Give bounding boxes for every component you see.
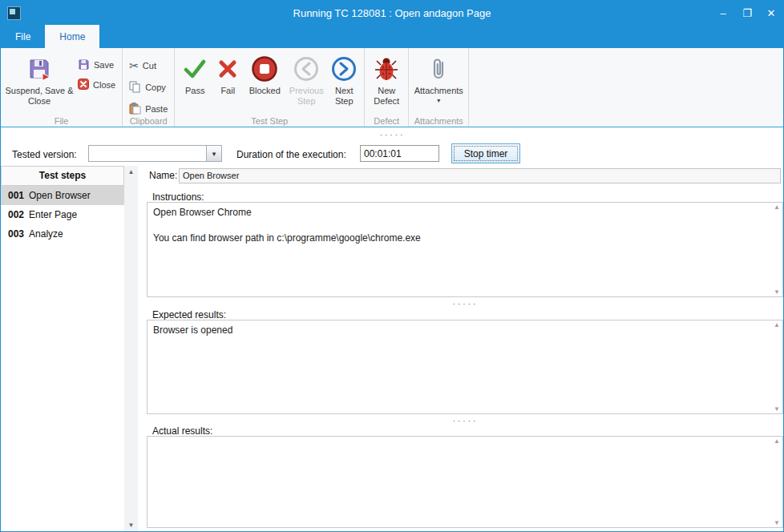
attachments-label: Attachments [414,86,463,96]
ribbon-tab-row: File Home [1,25,783,48]
expected-splitter-handle[interactable]: ····· [147,417,783,425]
tested-version-combobox[interactable]: ▾ [88,145,222,162]
close-button[interactable]: ✕ [759,1,783,25]
step-item-002[interactable]: 002Enter Page [1,205,124,224]
ribbon-splitter-handle[interactable]: ····· [1,131,783,139]
step-number: 003 [8,228,24,240]
suspend-save-close-icon [27,54,51,84]
save-label: Save [94,60,114,70]
expected-results-textarea[interactable]: Browser is opened ▲ ▼ [147,320,783,414]
ribbon-group-defect: New Defect Defect [365,48,409,127]
attachments-dropdown-icon[interactable]: ▾ [437,97,440,104]
previous-step-label: Previous Step [285,86,327,107]
scroll-down-icon[interactable]: ▼ [128,522,135,529]
fail-button[interactable]: Fail [212,50,244,116]
scroll-up-icon[interactable]: ▲ [128,168,135,175]
blocked-button[interactable]: Blocked [244,50,285,116]
actual-results-label: Actual results: [152,425,212,437]
tab-file[interactable]: File [1,25,45,48]
fail-label: Fail [220,86,235,96]
previous-step-button[interactable]: Previous Step [285,50,327,116]
window-title: Running TC 128081 : Open andagon Page [1,7,783,19]
new-defect-button[interactable]: New Defect [368,50,405,116]
scroll-up-icon[interactable]: ▲ [774,321,780,328]
maximize-button[interactable]: ❐ [735,1,759,25]
step-label: Open Browser [29,190,91,201]
instructions-text: Open Browser Chrome You can find browser… [153,206,766,293]
instructions-label: Instructions: [152,191,204,203]
attachments-button[interactable]: Attachments ▾ [412,50,465,116]
scroll-down-icon[interactable]: ▼ [774,519,780,526]
duration-input[interactable] [360,145,439,162]
expected-results-text: Browser is opened [153,324,766,410]
ribbon-group-test-step: Pass Fail Blocked [175,48,365,127]
paste-button[interactable]: Paste [126,100,171,118]
ribbon-group-file: Suspend, Save & Close Save [1,48,123,127]
ribbon-group-clipboard: ✂ Cut Copy [123,48,175,127]
blocked-label: Blocked [249,86,281,96]
chevron-down-icon: ▾ [212,150,216,158]
copy-button[interactable]: Copy [126,79,171,96]
close-label: Close [93,80,115,90]
tab-home[interactable]: Home [45,25,99,48]
step-label: Analyze [29,228,63,240]
test-steps-header: Test steps [1,166,124,186]
scroll-down-icon[interactable]: ▼ [774,405,780,413]
duration-label: Duration of the execution: [236,149,346,160]
next-step-arrow-icon [330,54,358,84]
close-ribbon-button[interactable]: Close [75,76,119,94]
actual-results-text [153,440,766,524]
combo-dropdown-button[interactable]: ▾ [206,146,221,161]
copy-icon [129,81,141,95]
pass-label: Pass [185,86,204,96]
next-step-label: Next Step [327,86,361,107]
step-number: 002 [8,209,24,220]
instructions-splitter-handle[interactable]: ····· [147,300,783,308]
pass-check-icon [182,54,208,84]
ribbon-group-attachments: Attachments ▾ Attachments [409,48,469,127]
scroll-down-icon[interactable]: ▼ [774,288,780,296]
minimize-button[interactable]: – [711,1,735,25]
app-icon [7,6,21,20]
scroll-up-icon[interactable]: ▲ [774,204,780,211]
fail-x-icon [216,54,240,84]
blocked-stop-icon [251,54,278,84]
next-step-button[interactable]: Next Step [327,50,361,116]
bug-icon [374,54,398,84]
step-item-003[interactable]: 003Analyze [1,224,124,244]
tested-version-label: Tested version: [12,149,77,160]
file-group-label: File [1,116,122,126]
clipboard-group-label: Clipboard [123,116,174,126]
step-number: 001 [8,190,24,201]
name-field[interactable]: Open Browser [179,168,781,183]
paste-icon [129,103,141,116]
step-label: Enter Page [29,209,77,220]
expected-results-label: Expected results: [152,309,226,320]
save-button[interactable]: Save [75,56,119,74]
stop-timer-button[interactable]: Stop timer [451,143,520,163]
paste-label: Paste [145,104,168,114]
suspend-save-close-button[interactable]: Suspend, Save & Close [4,50,75,116]
test-step-group-label: Test Step [175,116,364,126]
attachments-group-label: Attachments [409,116,468,126]
scroll-up-icon[interactable]: ▲ [774,437,780,445]
instructions-textarea[interactable]: Open Browser Chrome You can find browser… [147,202,783,297]
save-icon [78,58,90,72]
test-steps-panel: Test steps 001Open Browser 002Enter Page… [1,166,138,531]
new-defect-label: New Defect [368,86,405,107]
cut-icon: ✂ [129,59,139,72]
ribbon: Suspend, Save & Close Save [1,48,783,127]
defect-group-label: Defect [365,116,408,126]
name-label: Name: [149,170,177,181]
cut-button[interactable]: ✂ Cut [126,57,171,75]
actual-results-textarea[interactable]: ▲ ▼ [147,436,783,528]
step-item-001[interactable]: 001Open Browser [1,186,124,205]
steps-scrollbar[interactable]: ▲ ▼ [124,166,138,531]
paperclip-icon [429,54,448,84]
titlebar: Running TC 128081 : Open andagon Page – … [1,1,783,25]
close-red-icon [78,79,89,91]
file-group-small-buttons: Save Close [75,56,119,94]
copy-label: Copy [145,83,166,92]
previous-step-arrow-icon [293,54,320,84]
pass-button[interactable]: Pass [178,50,212,116]
